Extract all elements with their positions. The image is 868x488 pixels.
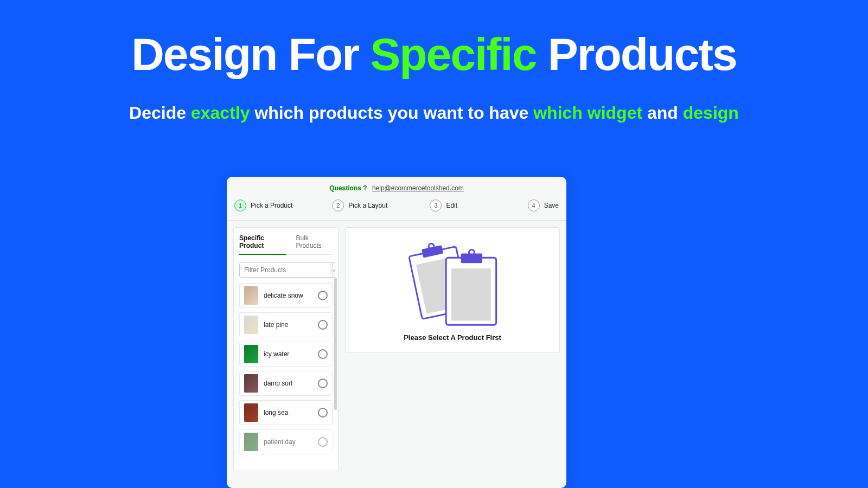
clipboard-empty-icon <box>398 235 507 331</box>
product-name: delicate snow <box>264 292 312 299</box>
product-thumbnail <box>244 345 258 363</box>
select-radio[interactable] <box>318 291 328 300</box>
step-save[interactable]: 4 Save <box>528 200 559 211</box>
product-picker-panel: Specific Product Bulk Products ‹ › delic… <box>233 227 339 471</box>
select-radio[interactable] <box>318 320 328 330</box>
hero-title-pre: Design For <box>131 29 370 80</box>
list-item[interactable]: damp surf <box>239 371 333 396</box>
svg-rect-5 <box>451 268 491 320</box>
product-name: patient day <box>264 438 312 446</box>
svg-point-3 <box>428 243 435 249</box>
step-pick-product[interactable]: 1 Pick a Product <box>234 200 326 211</box>
select-radio[interactable] <box>318 437 328 447</box>
questions-bar: Questions ? help@ecommercetoolshed.com <box>227 177 566 197</box>
preview-panel: Please Select A Product First <box>345 227 560 353</box>
scrollbar[interactable] <box>334 278 337 410</box>
hero-title-post: Products <box>536 29 736 80</box>
step-number: 4 <box>528 200 540 211</box>
select-radio[interactable] <box>318 408 328 418</box>
app-window: Questions ? help@ecommercetoolshed.com 1… <box>227 177 566 488</box>
list-item[interactable]: delicate snow <box>239 283 333 308</box>
step-number: 2 <box>332 200 344 211</box>
content-row: Specific Product Bulk Products ‹ › delic… <box>227 221 566 478</box>
product-tabs: Specific Product Bulk Products <box>239 234 333 255</box>
support-email-link[interactable]: help@ecommercetoolshed.com <box>372 184 464 192</box>
step-number: 3 <box>430 200 442 211</box>
select-radio[interactable] <box>318 349 328 359</box>
filter-products-input[interactable] <box>239 262 330 278</box>
step-label: Edit <box>446 202 457 209</box>
stepper: 1 Pick a Product 2 Pick a Layout 3 Edit … <box>227 197 566 221</box>
step-pick-layout[interactable]: 2 Pick a Layout <box>332 200 423 211</box>
product-name: icy water <box>264 350 312 358</box>
list-item[interactable]: icy water <box>239 342 333 367</box>
step-number: 1 <box>234 200 246 211</box>
product-name: long sea <box>264 409 312 416</box>
hero-subtitle: Decide exactly which products you want t… <box>0 103 868 123</box>
list-item[interactable]: patient day <box>239 429 333 454</box>
filter-row: ‹ › <box>239 262 333 278</box>
product-list: delicate snow late pine icy water damp s… <box>239 283 333 454</box>
step-label: Pick a Product <box>251 202 292 209</box>
product-thumbnail <box>244 316 258 334</box>
next-page-button[interactable]: › <box>333 262 336 278</box>
chevron-right-icon: › <box>333 267 335 273</box>
tab-bulk-products[interactable]: Bulk Products <box>296 234 333 254</box>
hero-title: Design For Specific Products <box>0 31 868 77</box>
step-label: Save <box>544 202 559 209</box>
product-thumbnail <box>244 403 258 422</box>
step-label: Pick a Layout <box>348 202 387 209</box>
step-edit[interactable]: 3 Edit <box>430 200 521 211</box>
product-name: damp surf <box>264 380 312 387</box>
product-thumbnail <box>244 374 258 393</box>
hero-title-highlight: Specific <box>370 29 536 80</box>
product-name: late pine <box>264 321 312 329</box>
product-thumbnail <box>244 433 258 451</box>
tab-specific-product[interactable]: Specific Product <box>239 234 286 255</box>
list-item[interactable]: long sea <box>239 400 333 425</box>
list-item[interactable]: late pine <box>239 312 333 337</box>
empty-state-message: Please Select A Product First <box>404 333 501 342</box>
questions-label: Questions ? <box>329 184 367 192</box>
chevron-left-icon: ‹ <box>330 267 333 273</box>
select-radio[interactable] <box>318 378 328 388</box>
product-thumbnail <box>244 286 258 305</box>
